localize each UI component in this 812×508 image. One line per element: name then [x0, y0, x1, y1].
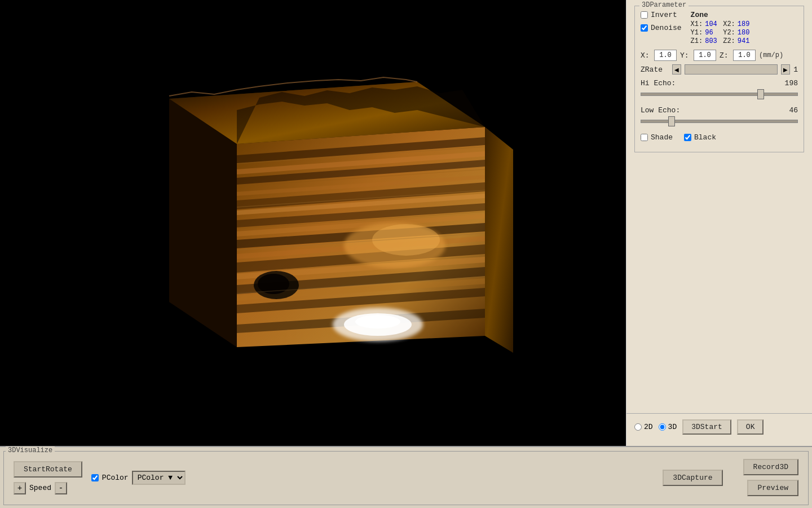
visualize-label: 3DVisualize	[6, 446, 55, 454]
record3d-button[interactable]: Record3D	[743, 459, 798, 475]
zrate-val: 1	[793, 65, 798, 74]
black-label: Black	[694, 133, 716, 142]
xyz-row: X: Y: Z: (mm/p)	[641, 50, 798, 61]
zrate-left-btn[interactable]: ◀	[672, 64, 681, 75]
z1-val: 803	[705, 37, 721, 45]
mode-3d-radio[interactable]	[659, 423, 666, 431]
invert-checkbox[interactable]	[641, 11, 648, 19]
low-echo-slider[interactable]	[641, 116, 798, 126]
hi-echo-label: Hi Echo:	[641, 79, 676, 87]
hi-echo-slider[interactable]	[641, 89, 798, 99]
bottom-inner: StartRotate + Speed - PColor PColor ▼ Gr…	[8, 459, 804, 496]
zone-grid: X1: 104 X2: 189 Y1: 96 Y2: 180 Z1: 803	[691, 20, 756, 45]
low-echo-label: Low Echo:	[641, 106, 680, 115]
speed-plus-button[interactable]: +	[14, 482, 26, 494]
zrate-right-btn[interactable]: ▶	[781, 64, 790, 75]
shade-label: Shade	[651, 133, 673, 142]
denoise-checkbox[interactable]	[641, 24, 648, 32]
mode-controls: 2D 3D 3DStart OK	[626, 413, 812, 446]
zone-label: Zone	[691, 11, 756, 19]
mode-2d-radio[interactable]	[634, 423, 642, 431]
3d-viewport	[0, 0, 626, 446]
invert-checkbox-row: Invert	[641, 11, 682, 19]
start-rotate-button[interactable]: StartRotate	[14, 461, 82, 478]
3dcapture-button[interactable]: 3DCapture	[663, 470, 722, 486]
denoise-checkbox-row: Denoise	[641, 24, 682, 32]
speed-label: Speed	[29, 484, 51, 492]
ok-button[interactable]: OK	[737, 419, 764, 435]
z2-val: 941	[738, 37, 753, 45]
x1-label: X1:	[691, 20, 703, 28]
mode-3d-label: 3D	[668, 423, 677, 431]
zrate-label: ZRate	[641, 65, 669, 74]
zrate-track	[685, 64, 778, 75]
bottom-bar: 3DVisualize StartRotate + Speed - PColor…	[0, 446, 812, 508]
pcolor-checkbox[interactable]	[91, 474, 99, 481]
pcolor-row: PColor PColor ▼ Gray Sepia	[91, 471, 186, 485]
shade-checkbox[interactable]	[641, 134, 648, 141]
denoise-label: Denoise	[651, 24, 682, 32]
low-echo-section: Low Echo: 46	[641, 106, 798, 129]
pcolor-select[interactable]: PColor ▼ Gray Sepia	[132, 471, 186, 485]
low-echo-val: 46	[789, 106, 798, 115]
z-input[interactable]	[733, 50, 756, 61]
shade-black-row: Shade Black	[641, 133, 798, 142]
x2-val: 189	[738, 20, 753, 28]
right-panel: 3DParameter Invert Denoise	[626, 0, 812, 446]
speed-minus-button[interactable]: -	[55, 482, 67, 494]
preview-button[interactable]: Preview	[747, 480, 798, 496]
y-input[interactable]	[694, 50, 716, 61]
svg-marker-4	[485, 127, 513, 353]
y2-label: Y2:	[723, 29, 735, 37]
y1-val: 96	[705, 29, 721, 37]
black-checkbox[interactable]	[684, 134, 691, 141]
mode-2d-label: 2D	[644, 423, 653, 431]
invert-label: Invert	[651, 11, 677, 19]
hi-echo-section: Hi Echo: 198	[641, 79, 798, 102]
y1-label: Y1:	[691, 29, 703, 37]
x2-label: X2:	[723, 20, 735, 28]
z2-label: Z2:	[723, 37, 735, 45]
hi-echo-val: 198	[785, 79, 798, 87]
svg-point-23	[355, 315, 400, 329]
y-label: Y:	[680, 51, 690, 60]
z-label: Z:	[720, 51, 730, 60]
unit-label: (mm/p)	[759, 51, 783, 59]
x-label: X:	[641, 51, 651, 60]
3dstart-button[interactable]: 3DStart	[682, 419, 731, 435]
x-input[interactable]	[654, 50, 677, 61]
y2-val: 180	[738, 29, 753, 37]
mode-row: 2D 3D 3DStart OK	[634, 419, 804, 435]
pcolor-check-label: PColor	[102, 474, 129, 482]
panel-title: 3DParameter	[639, 1, 689, 9]
x1-val: 104	[705, 20, 721, 28]
zrate-row: ZRate ◀ ▶ 1	[641, 64, 798, 75]
z1-label: Z1:	[691, 37, 703, 45]
